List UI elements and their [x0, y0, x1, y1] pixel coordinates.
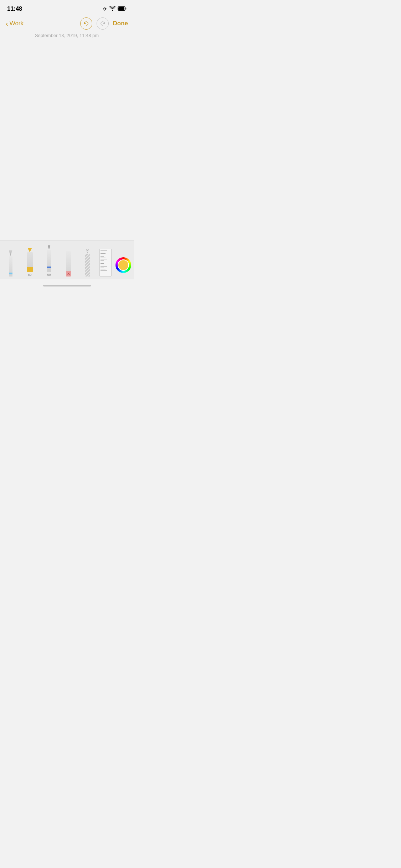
pen-icon: [47, 245, 51, 272]
done-button[interactable]: Done: [113, 20, 128, 27]
note-date: September 13, 2019, 11:48 pm: [0, 31, 134, 41]
status-icons: ✈: [103, 6, 127, 12]
color-picker-selected: [118, 259, 129, 271]
nav-actions: Done: [80, 17, 128, 30]
lasso-tool[interactable]: [78, 241, 97, 277]
status-time: 11:48: [7, 5, 22, 12]
status-bar: 11:48 ✈: [0, 0, 134, 16]
lasso-icon: [85, 249, 90, 277]
color-picker-icon: [115, 257, 131, 273]
color-picker-button[interactable]: [114, 239, 133, 274]
back-label: Work: [10, 20, 24, 27]
home-indicator: [43, 285, 91, 286]
back-chevron-icon: ‹: [6, 20, 8, 27]
ruler-tool[interactable]: [98, 241, 113, 277]
nav-bar: ‹ Work Done: [0, 16, 134, 31]
undo-button[interactable]: [80, 17, 92, 30]
battery-icon: [118, 6, 127, 12]
redo-button[interactable]: [97, 17, 109, 30]
pen-label: 50: [47, 273, 51, 277]
marker-label: 80: [28, 273, 31, 277]
eraser-icon: ✕: [66, 251, 71, 277]
eraser-tool[interactable]: ✕: [59, 241, 78, 277]
pen-tool[interactable]: 50: [40, 241, 58, 277]
marker-tool[interactable]: 80: [21, 241, 39, 277]
svg-rect-2: [118, 7, 124, 10]
marker-icon: [27, 248, 33, 272]
wifi-icon: [109, 6, 115, 12]
drawing-toolbar: 80 50 ✕: [0, 240, 134, 279]
pencil-icon: [9, 250, 12, 277]
svg-rect-1: [125, 8, 127, 10]
pencil-tool[interactable]: [1, 241, 20, 277]
ruler-icon: [99, 249, 112, 277]
back-button[interactable]: ‹ Work: [6, 20, 24, 27]
airplane-icon: ✈: [103, 6, 107, 12]
canvas-area[interactable]: [0, 41, 134, 238]
